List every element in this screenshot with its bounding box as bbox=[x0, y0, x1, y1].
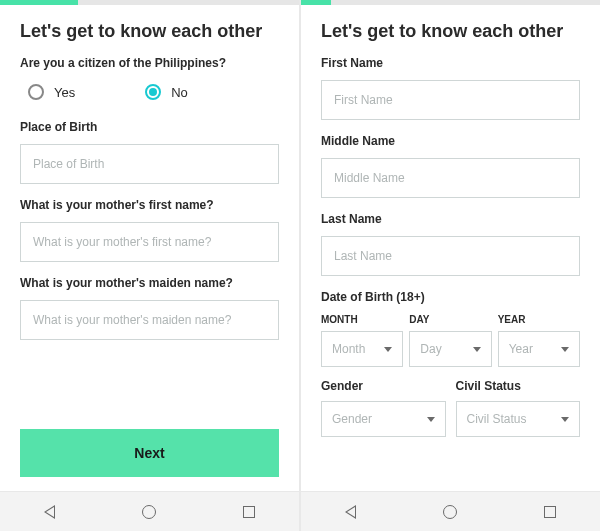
screen-citizenship: Let's get to know each other Are you a c… bbox=[0, 0, 299, 531]
input-last-name[interactable] bbox=[321, 236, 580, 276]
label-gender: Gender bbox=[321, 379, 446, 393]
android-navbar bbox=[301, 491, 600, 531]
radio-no[interactable]: No bbox=[145, 84, 188, 100]
select-month-value: Month bbox=[332, 342, 365, 356]
android-navbar bbox=[0, 491, 299, 531]
radio-group-citizen: Yes No bbox=[20, 80, 279, 106]
footer-actions: Next bbox=[0, 429, 299, 491]
radio-yes-label: Yes bbox=[54, 85, 75, 100]
input-middle-name[interactable] bbox=[321, 158, 580, 198]
nav-recent-icon[interactable] bbox=[542, 504, 558, 520]
label-citizen: Are you a citizen of the Philippines? bbox=[20, 56, 279, 70]
select-civil-status[interactable]: Civil Status bbox=[456, 401, 581, 437]
radio-no-circle bbox=[145, 84, 161, 100]
chevron-down-icon bbox=[473, 347, 481, 352]
next-button[interactable]: Next bbox=[20, 429, 279, 477]
dob-row: MONTH Month DAY Day YEAR Ye bbox=[321, 314, 580, 367]
label-mother-maiden: What is your mother's maiden name? bbox=[20, 276, 279, 290]
select-gender[interactable]: Gender bbox=[321, 401, 446, 437]
label-last-name: Last Name bbox=[321, 212, 580, 226]
chevron-down-icon bbox=[427, 417, 435, 422]
input-first-name[interactable] bbox=[321, 80, 580, 120]
progress-bar bbox=[0, 0, 299, 5]
label-civil-status: Civil Status bbox=[456, 379, 581, 393]
input-place-of-birth[interactable] bbox=[20, 144, 279, 184]
radio-yes-circle bbox=[28, 84, 44, 100]
select-year[interactable]: Year bbox=[498, 331, 580, 367]
select-civil-value: Civil Status bbox=[467, 412, 527, 426]
label-mother-first: What is your mother's first name? bbox=[20, 198, 279, 212]
screen-personal-info: Let's get to know each other First Name … bbox=[301, 0, 600, 531]
radio-no-label: No bbox=[171, 85, 188, 100]
label-month: MONTH bbox=[321, 314, 403, 325]
input-mother-maiden[interactable] bbox=[20, 300, 279, 340]
select-day[interactable]: Day bbox=[409, 331, 491, 367]
progress-fill bbox=[301, 0, 331, 5]
select-day-value: Day bbox=[420, 342, 441, 356]
nav-back-icon[interactable] bbox=[42, 504, 58, 520]
radio-no-dot bbox=[149, 88, 157, 96]
page-title: Let's get to know each other bbox=[321, 21, 580, 42]
chevron-down-icon bbox=[561, 347, 569, 352]
label-day: DAY bbox=[409, 314, 491, 325]
select-month[interactable]: Month bbox=[321, 331, 403, 367]
nav-recent-icon[interactable] bbox=[241, 504, 257, 520]
nav-home-icon[interactable] bbox=[141, 504, 157, 520]
input-mother-first[interactable] bbox=[20, 222, 279, 262]
progress-fill bbox=[0, 0, 78, 5]
form-content: Let's get to know each other Are you a c… bbox=[0, 5, 299, 429]
label-middle-name: Middle Name bbox=[321, 134, 580, 148]
select-gender-value: Gender bbox=[332, 412, 372, 426]
chevron-down-icon bbox=[384, 347, 392, 352]
chevron-down-icon bbox=[561, 417, 569, 422]
select-year-value: Year bbox=[509, 342, 533, 356]
label-place-of-birth: Place of Birth bbox=[20, 120, 279, 134]
progress-bar bbox=[301, 0, 600, 5]
label-dob: Date of Birth (18+) bbox=[321, 290, 580, 304]
nav-home-icon[interactable] bbox=[442, 504, 458, 520]
form-content: Let's get to know each other First Name … bbox=[301, 5, 600, 491]
gender-civil-row: Gender Gender Civil Status Civil Status bbox=[321, 379, 580, 437]
page-title: Let's get to know each other bbox=[20, 21, 279, 42]
nav-back-icon[interactable] bbox=[343, 504, 359, 520]
radio-yes[interactable]: Yes bbox=[28, 84, 75, 100]
label-first-name: First Name bbox=[321, 56, 580, 70]
label-year: YEAR bbox=[498, 314, 580, 325]
